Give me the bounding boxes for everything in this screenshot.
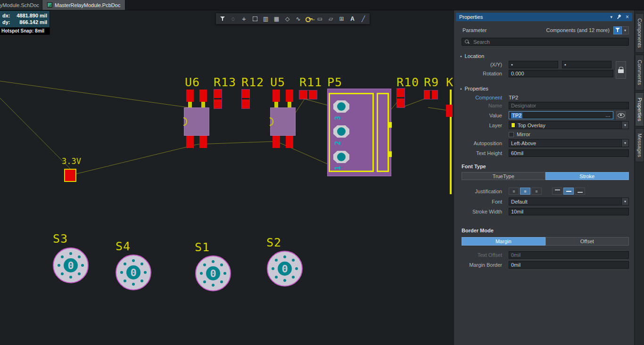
- center-pad[interactable]: 0: [126, 265, 140, 279]
- truetype-button[interactable]: TrueType: [462, 172, 545, 180]
- pad-3[interactable]: [333, 100, 349, 113]
- section-properties[interactable]: ▴ Properties: [460, 86, 634, 91]
- component-r13[interactable]: [214, 90, 222, 108]
- key-tool-button[interactable]: [304, 14, 314, 24]
- center-pad[interactable]: 0: [64, 258, 78, 272]
- sidetab-properties[interactable]: Properties: [635, 92, 644, 126]
- component-p5[interactable]: 3 2 1: [327, 89, 391, 176]
- filter-tool-button[interactable]: [217, 14, 228, 24]
- offset-button[interactable]: Offset: [545, 237, 629, 246]
- text-tool-button[interactable]: A: [347, 14, 358, 24]
- section-location[interactable]: ▴ Location: [460, 53, 634, 59]
- pad[interactable]: [186, 90, 194, 102]
- refdes-u6[interactable]: U6: [185, 76, 200, 88]
- sidetab-components[interactable]: Components: [635, 13, 644, 53]
- value-ellipsis-button[interactable]: …: [605, 113, 611, 118]
- component-r12[interactable]: [242, 90, 249, 108]
- pad[interactable]: [242, 99, 249, 108]
- y-input[interactable]: [562, 61, 611, 68]
- component-s4[interactable]: 0: [116, 255, 151, 290]
- rotation-input[interactable]: [509, 70, 613, 77]
- name-input[interactable]: [509, 102, 629, 109]
- pad[interactable]: [199, 90, 207, 102]
- justify-right-button[interactable]: ≡: [531, 188, 542, 195]
- refdes-s3[interactable]: S3: [53, 233, 68, 245]
- component-s1[interactable]: 0: [195, 255, 231, 291]
- polygon-tool-button[interactable]: ◇: [282, 14, 293, 24]
- pin-panel-button[interactable]: [617, 15, 621, 19]
- justify-center-button[interactable]: ≡: [520, 188, 530, 195]
- pad[interactable]: [186, 136, 194, 148]
- refdes-p5[interactable]: P5: [327, 76, 342, 88]
- component-s3[interactable]: 0: [53, 247, 89, 283]
- pad[interactable]: [214, 99, 222, 108]
- measure-tool-button[interactable]: ⊞: [336, 14, 347, 24]
- pad[interactable]: [272, 136, 280, 148]
- margin-border-input[interactable]: [509, 261, 629, 269]
- net-label-3v3[interactable]: 3.3V: [62, 157, 81, 165]
- justify-middle-button[interactable]: [563, 188, 574, 195]
- sidetab-comments[interactable]: Comments: [635, 55, 644, 90]
- pad[interactable]: [432, 90, 438, 99]
- sidetab-messages[interactable]: Messages: [635, 128, 644, 162]
- mirror-checkbox[interactable]: [509, 132, 514, 137]
- value-visibility-button[interactable]: [616, 111, 626, 119]
- justify-bottom-button[interactable]: [575, 188, 585, 195]
- lock-location-button[interactable]: [616, 61, 626, 79]
- refdes-s2[interactable]: S2: [266, 237, 281, 248]
- refdes-k[interactable]: K: [446, 76, 454, 88]
- component-r9[interactable]: [424, 90, 438, 99]
- refdes-r9[interactable]: R9: [424, 76, 439, 88]
- net-3v3-pad[interactable]: [64, 169, 76, 182]
- pad[interactable]: [286, 136, 293, 148]
- refdes-r13[interactable]: R13: [214, 76, 236, 88]
- layer-dropdown[interactable]: Top Overlay ▾: [509, 121, 629, 129]
- refdes-s1[interactable]: S1: [195, 241, 210, 253]
- component-label[interactable]: Component: [454, 95, 509, 100]
- pad[interactable]: [424, 90, 430, 99]
- center-pad[interactable]: 0: [206, 266, 220, 280]
- search-input[interactable]: [472, 39, 626, 45]
- component-r11[interactable]: [299, 90, 317, 99]
- justify-left-button[interactable]: ≡: [509, 188, 519, 195]
- font-dropdown[interactable]: Default ▾: [509, 197, 629, 205]
- pad[interactable]: [299, 90, 307, 99]
- value-input[interactable]: TP2 …: [509, 111, 613, 119]
- component-u5[interactable]: [270, 90, 297, 148]
- board-shape-button[interactable]: ▱: [325, 14, 336, 24]
- component-body[interactable]: [184, 107, 209, 136]
- grid-tool-button[interactable]: ▦: [271, 14, 282, 24]
- lasso-select-button[interactable]: ◌: [228, 14, 239, 24]
- pad[interactable]: [214, 90, 222, 98]
- pad[interactable]: [309, 90, 317, 99]
- columns-tool-button[interactable]: ▥: [260, 14, 271, 24]
- scope-filter-dropdown[interactable]: ▾: [622, 26, 629, 34]
- component-r10[interactable]: [397, 89, 405, 107]
- refdes-r11[interactable]: R11: [299, 76, 322, 88]
- x-input[interactable]: [509, 61, 558, 68]
- area-select-button[interactable]: [249, 14, 260, 24]
- autoposition-dropdown[interactable]: Left-Above ▾: [509, 139, 629, 147]
- justify-top-button[interactable]: [552, 188, 562, 195]
- component-k-pad[interactable]: [446, 105, 453, 117]
- margin-button[interactable]: Margin: [462, 237, 545, 246]
- component-body[interactable]: [270, 107, 296, 136]
- refdes-s4[interactable]: S4: [116, 240, 131, 252]
- pad[interactable]: [397, 99, 405, 107]
- pad-2[interactable]: [333, 125, 349, 138]
- close-panel-button[interactable]: ×: [626, 14, 629, 20]
- mask-tool-button[interactable]: ▭: [314, 14, 325, 24]
- pad[interactable]: [272, 90, 280, 102]
- pad[interactable]: [397, 89, 405, 97]
- tab-pcbdoc[interactable]: MasterRelayModule.PcbDoc: [42, 0, 125, 10]
- component-u6[interactable]: [183, 90, 211, 148]
- text-height-input[interactable]: [509, 149, 629, 157]
- move-tool-button[interactable]: +: [239, 14, 249, 24]
- arc-tool-button[interactable]: ∿: [293, 14, 304, 24]
- refdes-r12[interactable]: R12: [241, 76, 264, 88]
- stroke-width-input[interactable]: [509, 208, 629, 215]
- pad[interactable]: [199, 136, 207, 148]
- search-box[interactable]: [462, 38, 629, 46]
- pad[interactable]: [286, 90, 293, 102]
- center-pad[interactable]: 0: [278, 262, 292, 276]
